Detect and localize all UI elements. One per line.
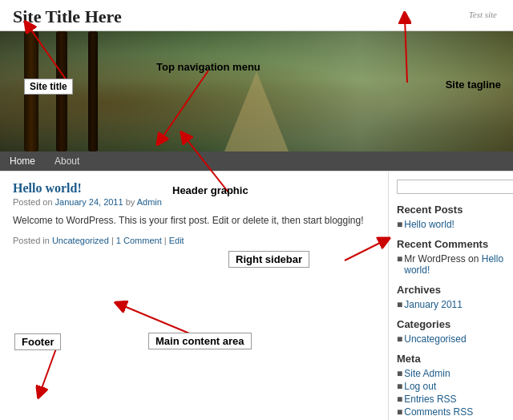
- search-input[interactable]: [397, 180, 513, 194]
- sidebar-meta-title: Meta: [397, 353, 505, 365]
- sidebar-categories: Categories ■ Uncategorised: [397, 318, 505, 345]
- bullet-icon: ■: [397, 406, 402, 418]
- meta-link-admin[interactable]: Site Admin: [404, 368, 450, 379]
- list-item: ■ Uncategorised: [397, 333, 505, 345]
- meta-link-logout[interactable]: Log out: [404, 381, 436, 392]
- sidebar-recent-comments-title: Recent Comments: [397, 238, 505, 250]
- archive-link-1[interactable]: January 2011: [404, 299, 463, 310]
- hero-path: [224, 71, 289, 151]
- post-footer: Posted in Uncategorized | 1 Comment | Ed…: [13, 236, 375, 245]
- post-meta: Posted on January 24, 2011 by Admin: [13, 197, 375, 207]
- content-area: Hello world! Posted on January 24, 2011 …: [0, 172, 389, 420]
- hero-image: [0, 31, 513, 151]
- bullet-icon: ■: [397, 394, 402, 405]
- list-item: ■ Comments RSS: [397, 406, 505, 418]
- tree-3: [88, 31, 98, 151]
- bullet-icon: ■: [397, 219, 402, 230]
- post-comments-link[interactable]: 1 Comment: [116, 236, 162, 245]
- category-link-1[interactable]: Uncategorised: [404, 333, 466, 345]
- post-date-link[interactable]: January 24, 2011: [55, 197, 123, 207]
- post-content: Welcome to WordPress. This is your first…: [13, 213, 375, 228]
- main-layout: Hello world! Posted on January 24, 2011 …: [0, 171, 513, 420]
- bullet-icon: ■: [397, 299, 402, 310]
- tree-1: [24, 31, 38, 151]
- nav-item-about[interactable]: About: [45, 151, 89, 171]
- sidebar-meta: Meta ■ Site Admin ■ Log out ■ Entries RS…: [397, 353, 505, 420]
- sidebar-recent-comments: Recent Comments ■ Mr WordPress on Hello …: [397, 238, 505, 276]
- sidebar: Search Recent Posts ■ Hello world! Recen…: [389, 172, 513, 420]
- sidebar-archives-title: Archives: [397, 284, 505, 296]
- meta-link-comments-rss[interactable]: Comments RSS: [404, 406, 473, 418]
- comment-post-link[interactable]: Hello world!: [404, 253, 503, 276]
- list-item: ■ Site Admin: [397, 368, 505, 379]
- tree-2: [56, 31, 67, 151]
- post-author-link[interactable]: Admin: [137, 197, 162, 207]
- list-item: ■ Mr WordPress on Hello world!: [397, 253, 505, 276]
- bullet-icon: ■: [397, 368, 402, 379]
- site-header: Site Title Here Test site: [0, 0, 513, 31]
- site-title: Site Title Here: [13, 6, 122, 26]
- sidebar-recent-posts: Recent Posts ■ Hello world!: [397, 204, 505, 230]
- sidebar-search: Search: [397, 180, 505, 194]
- sidebar-archives: Archives ■ January 2011: [397, 284, 505, 310]
- list-item: ■ January 2011: [397, 299, 505, 310]
- page-wrapper: Site Title Here Test site Home About Hel…: [0, 0, 513, 420]
- bullet-icon: ■: [397, 253, 402, 265]
- sidebar-recent-posts-title: Recent Posts: [397, 204, 505, 216]
- bullet-icon: ■: [397, 381, 402, 392]
- meta-link-entries-rss[interactable]: Entries RSS: [404, 394, 456, 405]
- list-item: ■ Log out: [397, 381, 505, 392]
- nav-bar: Home About: [0, 151, 513, 171]
- bullet-icon: ■: [397, 333, 402, 345]
- recent-post-link-1[interactable]: Hello world!: [404, 219, 454, 230]
- nav-item-home[interactable]: Home: [0, 151, 45, 171]
- sidebar-categories-title: Categories: [397, 318, 505, 330]
- post-category-link[interactable]: Uncategorized: [52, 236, 109, 245]
- list-item: ■ Entries RSS: [397, 394, 505, 405]
- list-item: ■ Hello world!: [397, 219, 505, 230]
- post-edit-link[interactable]: Edit: [169, 236, 184, 245]
- post-title: Hello world!: [13, 181, 375, 196]
- site-tagline: Test site: [469, 10, 497, 19]
- comment-text: Mr WordPress on Hello world!: [404, 253, 505, 276]
